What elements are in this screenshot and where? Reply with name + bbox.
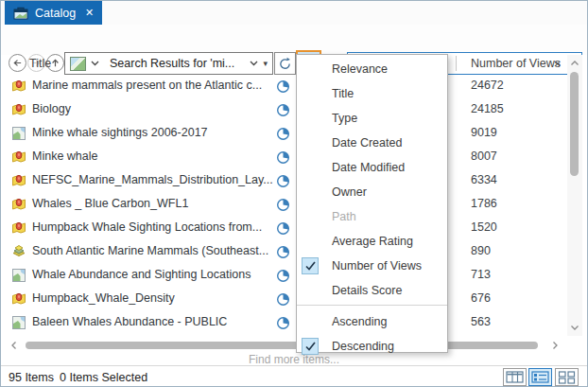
- map-layer-icon: [11, 315, 26, 333]
- web-layer-icon: [11, 150, 26, 167]
- tab-catalog[interactable]: Catalog ✕: [5, 1, 102, 25]
- item-title: Baleen Whales Abundance - PUBLIC: [32, 315, 227, 328]
- item-title: Minke whale: [32, 150, 97, 163]
- scroll-up-icon[interactable]: [569, 58, 580, 69]
- catalog-toolbar: Search Results for 'mi... ▾: [1, 25, 587, 55]
- result-row[interactable]: South Atlantic Marine Mammals (Southeast…: [1, 240, 566, 264]
- arcgis-online-icon: [276, 127, 290, 144]
- arcgis-online-icon: [276, 198, 290, 215]
- arrow-up-icon: [50, 58, 61, 68]
- arcgis-online-icon: [276, 292, 290, 309]
- horizontal-scroll-thumb[interactable]: [26, 342, 538, 349]
- result-row[interactable]: Baleen Whales Abundance - PUBLIC 563: [1, 311, 566, 335]
- result-row[interactable]: Minke whale sightings 2006-2017 9019: [1, 122, 566, 146]
- items-count: 95 Items: [9, 371, 54, 384]
- dropdown-triangle-icon[interactable]: ▾: [263, 59, 268, 68]
- item-views: 6334: [471, 173, 497, 186]
- arrow-left-icon: [12, 58, 23, 68]
- menu-item-label: Relevance: [332, 62, 388, 76]
- column-header-title[interactable]: Title: [29, 57, 51, 70]
- result-row[interactable]: Humpback Whale Sighting Locations from..…: [1, 217, 566, 240]
- menu-item-average-rating[interactable]: Average Rating: [297, 229, 447, 254]
- list-view-button[interactable]: [528, 368, 552, 386]
- vertical-scrollbar[interactable]: [567, 55, 582, 336]
- chevron-down-icon[interactable]: [91, 61, 99, 66]
- scroll-left-icon[interactable]: [9, 340, 20, 351]
- result-row[interactable]: Minke whale 8007: [1, 146, 566, 169]
- list-view-icon: [531, 371, 549, 383]
- sort-menu: Relevance Title Type Date Created Date M…: [296, 54, 448, 353]
- scroll-down-icon[interactable]: [569, 322, 580, 333]
- map-layer-icon: [11, 126, 26, 144]
- menu-item-ascending[interactable]: Ascending: [297, 309, 447, 334]
- menu-item-label: Title: [332, 87, 354, 100]
- tab-title: Catalog: [35, 7, 76, 20]
- refresh-button[interactable]: [274, 52, 296, 75]
- close-icon[interactable]: ✕: [85, 8, 94, 18]
- item-views: 676: [471, 291, 491, 305]
- checkmark-box: [302, 257, 319, 274]
- scroll-right-icon[interactable]: [549, 340, 561, 351]
- find-more-items-link[interactable]: Find more items...: [1, 353, 587, 366]
- menu-item-date-created[interactable]: Date Created: [297, 131, 447, 155]
- item-views: 24672: [471, 79, 504, 92]
- menu-item-label: Date Created: [332, 136, 402, 150]
- arcgis-online-icon: [276, 245, 290, 262]
- refresh-icon: [278, 57, 292, 71]
- item-title: Minke whale sightings 2006-2017: [32, 126, 208, 139]
- item-views: 890: [471, 244, 491, 257]
- web-layer-icon: [11, 102, 26, 120]
- menu-item-label: Date Modified: [332, 161, 405, 174]
- location-combobox[interactable]: Search Results for 'mi... ▾: [64, 52, 273, 75]
- menu-item-label: Type: [332, 112, 357, 125]
- menu-item-date-modified[interactable]: Date Modified: [297, 155, 447, 180]
- menu-item-owner[interactable]: Owner: [297, 180, 447, 204]
- results-list: Marine mammals present on the Atlantic c…: [1, 75, 566, 335]
- result-row[interactable]: NEFSC_Marine_Mammals_Distribution_Lay...…: [1, 169, 566, 193]
- vertical-scroll-thumb[interactable]: [570, 72, 579, 176]
- arcgis-online-icon: [276, 269, 290, 286]
- menu-item-label: Path: [332, 210, 356, 223]
- result-row[interactable]: Humpback_Whale_Density 676: [1, 288, 566, 311]
- horizontal-scrollbar[interactable]: [7, 339, 564, 352]
- menu-item-relevance[interactable]: Relevance: [297, 57, 447, 81]
- arcgis-online-icon: [276, 221, 290, 238]
- columns-view-button[interactable]: [503, 368, 527, 386]
- arcgis-online-icon: [276, 79, 290, 97]
- web-layer-icon: [11, 173, 26, 191]
- item-views: 1520: [471, 220, 497, 234]
- menu-item-type[interactable]: Type: [297, 106, 447, 131]
- result-row[interactable]: Biology 24185: [1, 98, 566, 122]
- map-layer-icon: [11, 268, 26, 286]
- menu-item-label: Details Score: [332, 284, 402, 297]
- result-row[interactable]: Whales _ Blue Carbon_WFL1 1786: [1, 193, 566, 217]
- arcgis-online-icon: [276, 103, 290, 120]
- menu-item-descending[interactable]: Descending: [297, 334, 447, 359]
- menu-item-title[interactable]: Title: [297, 81, 447, 106]
- result-row[interactable]: Marine mammals present on the Atlantic c…: [1, 75, 566, 98]
- status-bar: 95 Items 0 Items Selected: [1, 365, 587, 387]
- location-label: Search Results for 'mi...: [110, 57, 245, 70]
- checkmark-icon: [304, 260, 317, 272]
- item-views: 1786: [471, 197, 497, 210]
- item-title: Humpback_Whale_Density: [32, 291, 175, 305]
- web-layer-icon: [11, 220, 26, 238]
- menu-item-number-of-views[interactable]: Number of Views: [297, 254, 447, 278]
- layer-package-icon: [11, 244, 26, 262]
- item-views: 8007: [471, 150, 497, 163]
- columns-view-icon: [506, 371, 524, 383]
- catalog-pane: Catalog ✕ Search Results for 'mi...: [0, 0, 588, 387]
- back-button[interactable]: [9, 54, 26, 72]
- column-header-views[interactable]: Number of Views: [471, 57, 561, 70]
- menu-item-label: Descending: [332, 340, 394, 353]
- pane-tab-bar: Catalog ✕: [1, 1, 587, 25]
- result-row[interactable]: Whale Abundance and Sighting Locations 7…: [1, 264, 566, 288]
- chevron-down-icon[interactable]: [250, 61, 258, 66]
- checkmark-icon: [304, 341, 317, 352]
- menu-item-details-score[interactable]: Details Score: [297, 278, 447, 303]
- menu-item-label: Number of Views: [332, 259, 422, 273]
- item-title: Marine mammals present on the Atlantic c…: [32, 79, 262, 92]
- menu-item-path[interactable]: Path: [297, 204, 447, 229]
- thumbnails-view-button[interactable]: [555, 368, 579, 386]
- item-title: Humpback Whale Sighting Locations from..…: [32, 220, 262, 234]
